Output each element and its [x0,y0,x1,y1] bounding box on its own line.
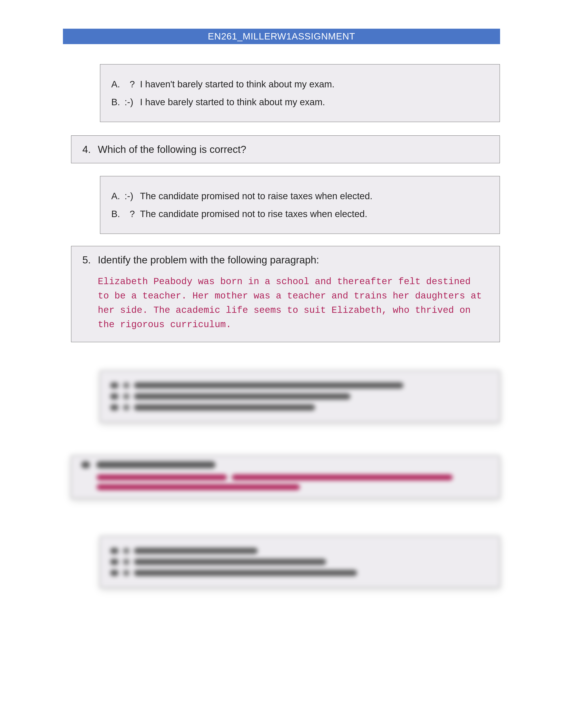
answer-row: B. :-) I have barely started to think ab… [111,95,489,109]
question-number: 5. [82,254,98,266]
answer-letter: B. [111,207,124,221]
question-paragraph: Elizabeth Peabody was born in a school a… [98,275,486,332]
question-block-4: 4. Which of the following is correct? [71,135,500,163]
answer-letter: B. [111,95,124,109]
page-header: EN261_MILLERW1ASSIGNMENT [63,29,500,44]
header-title: EN261_MILLERW1ASSIGNMENT [208,31,355,41]
answer-text: I have barely started to think about my … [140,95,489,109]
blurred-answer-row [110,548,490,554]
question-block-6-blurred [71,456,500,499]
answer-row: B. ? The candidate promised not to rise … [111,207,489,221]
question-prompt: Identify the problem with the following … [98,254,319,266]
blurred-answer-row [110,382,490,388]
blurred-question-row [81,461,490,468]
answer-letter: A. [111,77,124,91]
answer-row: A. ? I haven't barely started to think a… [111,77,489,91]
answers-block-3: A. ? I haven't barely started to think a… [100,64,500,122]
blurred-answer-row [110,404,490,411]
answers-block-4: A. :-) The candidate promised not to rai… [100,176,500,234]
question-prompt: Which of the following is correct? [98,143,246,155]
blurred-answer-row [110,393,490,400]
question-number: 4. [82,143,98,155]
question-prompt-row: 5. Identify the problem with the followi… [82,254,489,266]
question-block-5: 5. Identify the problem with the followi… [71,246,500,342]
answer-letter: A. [111,189,124,203]
answers-block-5-blurred [100,371,500,422]
blurred-paragraph [97,475,490,490]
answer-mark: ? [124,77,140,91]
blurred-answer-row [110,570,490,576]
answers-block-6-blurred [100,536,500,588]
answer-text: I haven't barely started to think about … [140,77,489,91]
document-page: EN261_MILLERW1ASSIGNMENT A. ? I haven't … [0,0,563,728]
answer-text: The candidate promised not to rise taxes… [140,207,489,221]
answer-text: The candidate promised not to raise taxe… [140,189,489,203]
answer-mark: :-) [124,189,140,203]
question-prompt-row: 4. Which of the following is correct? [82,143,489,155]
answer-mark: ? [124,207,140,221]
answer-row: A. :-) The candidate promised not to rai… [111,189,489,203]
blurred-answer-row [110,559,490,565]
answer-mark: :-) [124,95,140,109]
